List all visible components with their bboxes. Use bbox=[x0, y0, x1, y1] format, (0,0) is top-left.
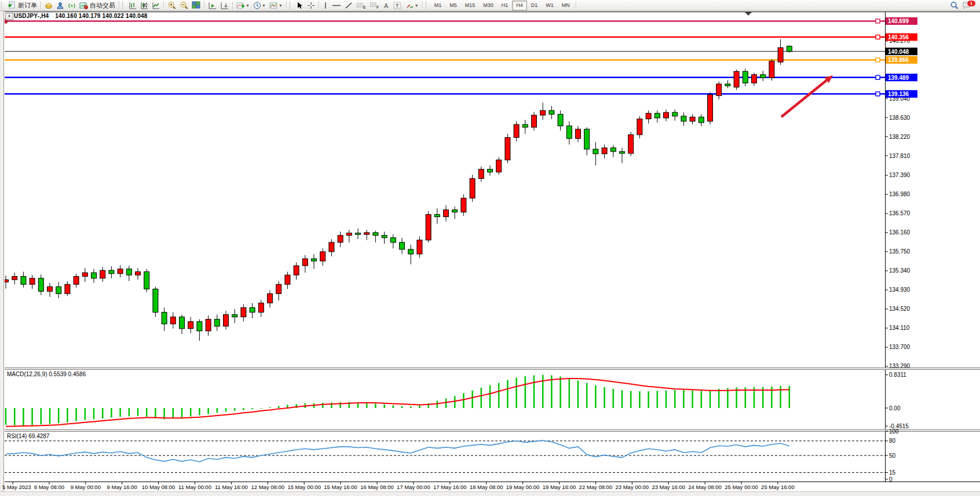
time-tick-label: 18 May 08:00 bbox=[470, 484, 503, 490]
candle-body bbox=[514, 124, 519, 138]
chart-shift-button[interactable] bbox=[218, 1, 231, 10]
vertical-line-button[interactable] bbox=[321, 1, 330, 10]
macd-bar bbox=[613, 389, 615, 408]
price-tick-label: 137.810 bbox=[889, 153, 910, 159]
zoom-out-button[interactable] bbox=[178, 1, 190, 10]
indicators-button[interactable]: ▼ bbox=[235, 1, 251, 10]
candle-body bbox=[522, 124, 528, 127]
candle-body bbox=[444, 210, 449, 216]
price-tick-label: 137.390 bbox=[889, 172, 910, 178]
symbol-period-label: USDJPY-,H4 bbox=[14, 13, 49, 19]
macd-bar bbox=[199, 408, 200, 415]
candle-body bbox=[654, 113, 660, 118]
price-axis: 140.270139.040138.630138.220137.810137.3… bbox=[885, 38, 910, 369]
horizontal-line-button[interactable] bbox=[330, 1, 343, 10]
macd-bar bbox=[471, 391, 473, 408]
crosshair-button[interactable] bbox=[305, 1, 317, 10]
macd-bar bbox=[251, 408, 253, 409]
candle-body bbox=[434, 214, 440, 216]
timeframe-mn-button[interactable]: MN bbox=[558, 1, 574, 10]
candle-body bbox=[470, 178, 475, 198]
svg-text:T: T bbox=[396, 3, 399, 9]
market-button[interactable] bbox=[43, 1, 54, 10]
timeframe-d1-button[interactable]: D1 bbox=[527, 1, 542, 10]
timeframe-h1-button[interactable]: H1 bbox=[498, 1, 513, 10]
candle-body bbox=[408, 249, 414, 254]
arrow-objects-button[interactable]: ▼ bbox=[404, 1, 420, 10]
templates-button[interactable]: ▼ bbox=[268, 1, 284, 10]
price-badge-label: 140.048 bbox=[888, 49, 909, 55]
trendline-button[interactable] bbox=[343, 1, 354, 10]
chart-shift-icon bbox=[220, 2, 229, 9]
candle-body bbox=[373, 233, 378, 236]
candlestick-chart-button[interactable] bbox=[138, 1, 150, 10]
new-order-label: 新订单 bbox=[18, 1, 37, 10]
auto-scroll-button[interactable] bbox=[206, 1, 218, 10]
community-button[interactable] bbox=[54, 1, 66, 10]
equidistant-channel-button[interactable]: E bbox=[354, 1, 368, 10]
macd-bar bbox=[181, 408, 183, 418]
candle-body bbox=[82, 273, 87, 276]
macd-bar bbox=[269, 407, 271, 408]
fibonacci-f-icon: F bbox=[370, 2, 379, 9]
zoom-in-icon bbox=[167, 1, 176, 9]
hline-handle[interactable] bbox=[876, 35, 880, 39]
tile-windows-button[interactable] bbox=[190, 1, 202, 10]
line-chart-button[interactable] bbox=[150, 1, 162, 10]
timeframe-m15-button[interactable]: M15 bbox=[461, 1, 480, 10]
chat-button[interactable]: 1 bbox=[960, 1, 973, 10]
timeframe-w1-button[interactable]: W1 bbox=[542, 1, 558, 10]
price-tick-label: 138.630 bbox=[889, 115, 910, 121]
hline-handle[interactable] bbox=[876, 19, 880, 23]
candle-body bbox=[461, 198, 466, 212]
chart-canvas[interactable]: 140.270139.040138.630138.220137.810137.3… bbox=[0, 0, 980, 496]
macd-bar bbox=[648, 391, 649, 408]
candle-body bbox=[74, 277, 79, 285]
text-label-button[interactable]: T bbox=[392, 1, 404, 10]
time-tick-label: 5 May 2023 bbox=[2, 484, 31, 490]
macd-bar bbox=[481, 388, 482, 408]
zoom-in-button[interactable] bbox=[166, 1, 178, 10]
new-order-button[interactable]: 新订单 bbox=[6, 1, 39, 10]
auto-trading-button[interactable]: 自动交易 bbox=[78, 1, 117, 10]
timeframe-m5-button[interactable]: M5 bbox=[445, 1, 461, 10]
hline-handle[interactable] bbox=[876, 58, 880, 62]
macd-bar bbox=[243, 408, 244, 410]
macd-bar bbox=[129, 408, 130, 416]
macd-bar bbox=[507, 380, 509, 408]
candle-body bbox=[188, 322, 193, 329]
macd-bar bbox=[93, 408, 95, 419]
hline-handle[interactable] bbox=[876, 75, 880, 79]
candle-body bbox=[197, 322, 202, 331]
timeframe-h4-button[interactable]: H4 bbox=[512, 1, 527, 10]
channel-e-icon: E bbox=[356, 2, 366, 9]
macd-bar bbox=[463, 393, 465, 408]
macd-bar bbox=[410, 406, 412, 408]
periods-button[interactable]: ▼ bbox=[251, 1, 268, 10]
fibonacci-button[interactable]: F bbox=[368, 1, 381, 10]
bar-chart-button[interactable] bbox=[127, 1, 138, 10]
hline-handle[interactable] bbox=[876, 92, 880, 96]
timeframe-m1-button[interactable]: M1 bbox=[430, 1, 446, 10]
candle-body bbox=[206, 319, 211, 331]
text-button[interactable]: A bbox=[381, 1, 392, 10]
macd-bar bbox=[85, 408, 86, 420]
candle-body bbox=[716, 84, 722, 95]
time-tick-label: 12 May 08:00 bbox=[251, 484, 285, 490]
timeframe-m30-button[interactable]: M30 bbox=[479, 1, 498, 10]
candle-body bbox=[21, 277, 26, 285]
rsi-axis-label: 15 bbox=[889, 469, 896, 476]
candle-body bbox=[144, 272, 149, 289]
svg-text:F: F bbox=[376, 5, 379, 9]
symbol-dropdown-icon[interactable]: ▼ bbox=[5, 13, 13, 20]
toolbar-grip[interactable] bbox=[1, 2, 3, 9]
macd-indicator-label: MACD(12,26,9) 0.5539 0.4586 bbox=[7, 371, 86, 377]
signals-button[interactable] bbox=[66, 1, 78, 10]
macd-bar bbox=[498, 383, 500, 408]
candle-body bbox=[250, 308, 255, 313]
chart-plot-area[interactable] bbox=[5, 12, 885, 491]
cursor-button[interactable] bbox=[294, 1, 305, 10]
time-tick-label: 23 May 00:00 bbox=[616, 484, 649, 490]
candle-body bbox=[47, 286, 53, 291]
search-button[interactable] bbox=[948, 1, 960, 10]
